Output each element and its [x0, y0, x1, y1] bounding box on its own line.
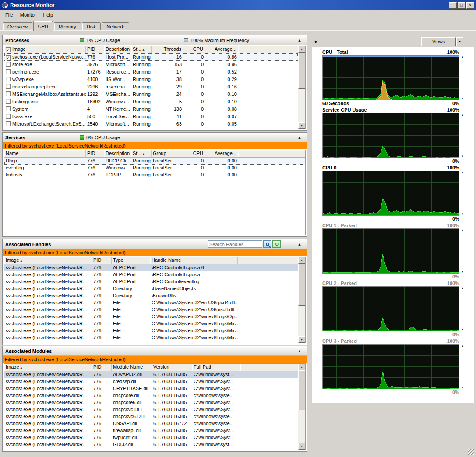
row-checkbox[interactable]: ✓ [6, 55, 11, 60]
services-column-header-pid[interactable]: PID [86, 150, 104, 158]
processes-column-header-average[interactable]: Average... [205, 46, 238, 53]
scrollbar-track[interactable] [298, 264, 305, 336]
modules-row[interactable]: svchost.exe (LocalServiceNetworkR...776f… [4, 427, 298, 434]
scroll-up-button[interactable]: ▲ [298, 257, 305, 264]
tab-cpu[interactable]: CPU [33, 21, 53, 31]
services-row[interactable]: Dhcp776DHCP Cli...RunningLocalSer...00.0… [4, 158, 305, 165]
search-button[interactable] [263, 240, 271, 248]
select-all-checkbox[interactable]: ✓ [6, 47, 11, 52]
scrollbar-thumb[interactable] [298, 53, 305, 89]
processes-column-header-pid[interactable]: PID [86, 46, 104, 53]
services-column-header-name[interactable]: Name [4, 150, 86, 158]
row-checkbox[interactable] [6, 84, 11, 89]
tab-overview[interactable]: Overview [3, 22, 32, 31]
modules-column-header-pid[interactable]: PID [92, 364, 112, 371]
processes-scrollbar[interactable]: ▲ ▼ [298, 46, 305, 129]
services-column-header-average[interactable]: Average... [205, 150, 238, 158]
modules-row[interactable]: svchost.exe (LocalServiceNetworkR...776C… [4, 385, 298, 392]
row-checkbox[interactable] [6, 69, 11, 74]
processes-row[interactable]: store.exe3976Microsoft...Running15300.96 [4, 61, 298, 68]
close-button[interactable]: × [466, 2, 474, 9]
processes-row[interactable]: System4NT Kerne...Running13800.08 [4, 105, 298, 113]
modules-row[interactable]: svchost.exe (LocalServiceNetworkR...776A… [4, 371, 298, 378]
modules-row[interactable]: svchost.exe (LocalServiceNetworkR...776G… [4, 441, 298, 448]
menu-item-monitor[interactable]: Monitor [17, 11, 40, 18]
scroll-down-button[interactable]: ▼ [298, 443, 305, 450]
services-column-header-status[interactable]: St...▴ [131, 150, 152, 158]
row-checkbox[interactable] [6, 91, 11, 96]
processes-column-header-status[interactable]: St...▴ [131, 46, 152, 53]
handles-row[interactable]: svchost.exe (LocalServiceNetworkR...776F… [4, 327, 298, 334]
processes-column-header-image[interactable]: ✓Image [4, 46, 86, 53]
processes-row[interactable]: ✓svchost.exe (LocalServiceNetwo...776Hos… [4, 53, 298, 61]
processes-column-header-cpu[interactable]: CPU [183, 46, 205, 53]
collapse-processes-button[interactable]: ▲ [295, 38, 304, 42]
handles-row[interactable]: svchost.exe (LocalServiceNetworkR...776F… [4, 320, 298, 327]
row-checkbox[interactable] [6, 114, 11, 119]
processes-row[interactable]: MSExchangeMailboxAssistants.exe1292MSExc… [4, 91, 298, 98]
minimize-button[interactable]: _ [449, 2, 457, 9]
services-column-header-description[interactable]: Description [104, 150, 131, 158]
modules-row[interactable]: svchost.exe (LocalServiceNetworkR...776D… [4, 420, 298, 427]
scrollbar-track[interactable] [298, 370, 305, 443]
handles-row[interactable]: svchost.exe (LocalServiceNetworkR...776D… [4, 285, 298, 292]
search-handles-input[interactable] [208, 240, 262, 248]
modules-row[interactable]: svchost.exe (LocalServiceNetworkR...776d… [4, 406, 298, 413]
tab-memory[interactable]: Memory [54, 22, 81, 31]
handles-column-header-type[interactable]: Type [112, 257, 150, 264]
scroll-down-button[interactable]: ▼ [298, 336, 305, 343]
scroll-up-button[interactable]: ▲ [298, 364, 305, 370]
row-checkbox[interactable] [6, 77, 11, 81]
modules-row[interactable]: svchost.exe (LocalServiceNetworkR...776d… [4, 392, 298, 399]
processes-row[interactable]: w3wp.exe4100IIS Wor...Running3800.29 [4, 76, 298, 83]
maximize-button[interactable]: □ [458, 2, 465, 9]
collapse-chart-pane-button[interactable]: ▶ [315, 39, 318, 44]
menu-item-file[interactable]: File [2, 11, 17, 18]
handles-scrollbar[interactable]: ▲ ▼ [298, 257, 305, 343]
handles-row[interactable]: svchost.exe (LocalServiceNetworkR...776F… [4, 313, 298, 320]
handles-row[interactable]: svchost.exe (LocalServiceNetworkR...776F… [4, 299, 298, 306]
processes-row[interactable]: perfmon.exe17276Resource...Running1700.5… [4, 68, 298, 76]
handles-row[interactable]: svchost.exe (LocalServiceNetworkR...776D… [4, 292, 298, 299]
scrollbar-track[interactable] [298, 53, 305, 122]
collapse-services-button[interactable]: ▲ [295, 135, 304, 140]
handles-row[interactable]: svchost.exe (LocalServiceNetworkR...776A… [4, 278, 298, 285]
row-checkbox[interactable] [6, 121, 11, 126]
modules-row[interactable]: svchost.exe (LocalServiceNetworkR...776d… [4, 399, 298, 406]
modules-row[interactable]: svchost.exe (LocalServiceNetworkR...776f… [4, 434, 298, 441]
modules-scrollbar[interactable]: ▲ ▼ [298, 364, 305, 450]
views-dropdown-button[interactable]: ▼ [456, 37, 463, 46]
modules-row[interactable]: svchost.exe (LocalServiceNetworkR...776 [4, 448, 298, 450]
processes-row[interactable]: taskmgr.exe16392Windows...Running500.10 [4, 98, 298, 105]
handles-row[interactable]: svchost.exe (LocalServiceNetworkR...776A… [4, 264, 298, 271]
processes-column-header-description[interactable]: Description [104, 46, 131, 53]
collapse-handles-button[interactable]: ▲ [295, 242, 304, 246]
handles-row[interactable]: svchost.exe (LocalServiceNetworkR...776F… [4, 334, 298, 341]
modules-column-header-version[interactable]: Version [152, 364, 192, 371]
scroll-up-button[interactable]: ▲ [298, 46, 305, 53]
processes-column-header-threads[interactable]: Threads [152, 46, 183, 53]
row-checkbox[interactable] [6, 99, 11, 104]
modules-column-header-path[interactable]: Full Path [192, 364, 240, 371]
handles-column-header-handle[interactable]: Handle Name [150, 257, 238, 264]
tab-network[interactable]: Network [102, 22, 129, 31]
scrollbar-thumb[interactable] [298, 264, 305, 306]
processes-row[interactable]: Microsoft.Exchange.Search.ExS...2540Micr… [4, 120, 298, 128]
refresh-button[interactable]: ↻ [272, 240, 281, 248]
handles-row[interactable]: svchost.exe (LocalServiceNetworkR...776A… [4, 271, 298, 278]
services-row[interactable]: eventlog776Windows...RunningLocalSer...0… [4, 165, 305, 172]
handles-column-header-pid[interactable]: PID [92, 257, 112, 264]
handles-row[interactable]: svchost.exe (LocalServiceNetworkR...776F… [4, 306, 298, 313]
processes-row[interactable]: lsass.exe500Local Sec...Running1100.07 [4, 113, 298, 120]
modules-column-header-module[interactable]: Module Name [112, 364, 152, 371]
modules-row[interactable]: svchost.exe (LocalServiceNetworkR...776c… [4, 378, 298, 385]
scrollbar-thumb[interactable] [298, 370, 305, 410]
services-column-header-group[interactable]: Group [152, 150, 183, 158]
scroll-down-button[interactable]: ▼ [298, 122, 305, 129]
services-column-header-cpu[interactable]: CPU [183, 150, 205, 158]
tab-disk[interactable]: Disk [82, 22, 101, 31]
window-resize-grip[interactable] [468, 449, 474, 455]
services-row[interactable]: lmhosts776TCP/IP ...RunningLocalSer...00… [4, 172, 305, 179]
modules-row[interactable]: svchost.exe (LocalServiceNetworkR...776d… [4, 413, 298, 420]
modules-column-header-image[interactable]: Image▴ [4, 364, 92, 371]
